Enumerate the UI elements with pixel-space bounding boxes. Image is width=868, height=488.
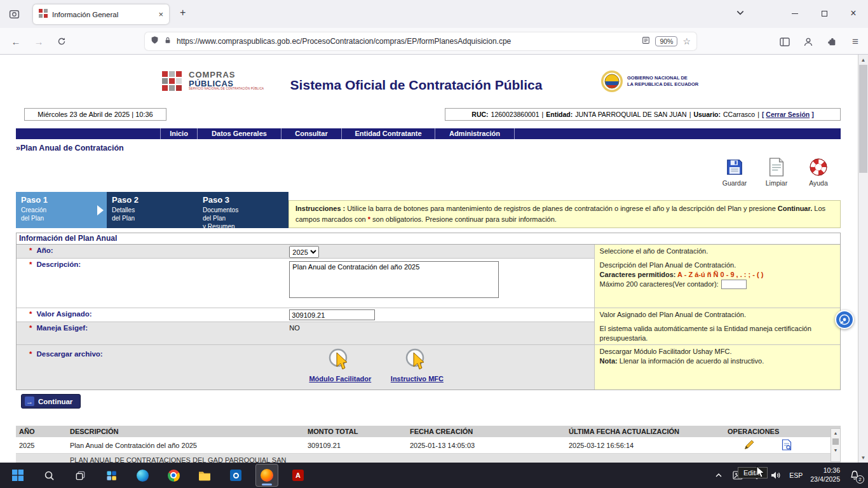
guardar-button[interactable]: Guardar bbox=[720, 156, 749, 187]
extensions-icon[interactable] bbox=[824, 34, 840, 50]
menu-item-entidad-contratante[interactable]: Entidad Contratante bbox=[341, 128, 435, 139]
firefox-view-icon[interactable] bbox=[8, 8, 20, 20]
tab-close-icon[interactable]: × bbox=[158, 10, 163, 18]
col-ultima-actualizacion: ÚLTIMA FECHA ACTUALIZACIÓN bbox=[569, 428, 728, 435]
language-indicator[interactable]: ESP bbox=[789, 471, 803, 479]
shield-icon[interactable] bbox=[151, 36, 159, 47]
firefox-icon bbox=[261, 469, 273, 482]
table-row-partial: PLAN ANUAL DE CONTRATACIONES DEL GAD PAR… bbox=[16, 454, 841, 463]
cursor-download-icon bbox=[401, 347, 433, 374]
url-bar[interactable]: https://www.compraspublicas.gob.ec/Proce… bbox=[145, 32, 696, 50]
forward-button[interactable]: → bbox=[31, 33, 47, 50]
required-asterisk: * bbox=[29, 310, 32, 318]
step2-line2: del Plan bbox=[112, 214, 193, 222]
save-disk-icon bbox=[720, 156, 749, 178]
limpiar-button[interactable]: Limpiar bbox=[762, 156, 791, 187]
user-label: Usuario: bbox=[693, 111, 721, 118]
clean-document-icon bbox=[762, 156, 791, 178]
back-button[interactable]: ← bbox=[8, 33, 24, 50]
scroll-down-icon[interactable]: ▼ bbox=[858, 452, 868, 463]
widgets-button[interactable] bbox=[100, 464, 123, 487]
ayuda-label: Ayuda bbox=[804, 179, 833, 187]
descripcion-textarea[interactable]: Plan Anual de Contratación del año 2025 bbox=[289, 261, 499, 298]
menu-icon[interactable]: ≡ bbox=[847, 34, 864, 50]
menu-item-administracion[interactable]: Administración bbox=[435, 128, 515, 139]
valor-help: Valor Asignado del Plan Anual de Contrat… bbox=[600, 311, 746, 318]
page-content: COMPRAS PÚBLICAS SERVICIO NACIONAL DE CO… bbox=[16, 55, 841, 463]
step-2-detalles[interactable]: Paso 2 Detalles del Plan bbox=[107, 192, 198, 228]
target-cursor-icon bbox=[838, 313, 851, 326]
edge-button[interactable] bbox=[131, 464, 154, 487]
menu-item-consultar[interactable]: Consultar bbox=[281, 128, 341, 139]
acrobat-button[interactable]: A bbox=[287, 464, 309, 487]
cell-fecha-creacion: 2025-01-13 14:05:03 bbox=[410, 442, 569, 449]
entity-value: JUNTA PARROQUIAL DE SAN JUAN bbox=[575, 111, 686, 118]
ruc-label: RUC: bbox=[471, 111, 488, 118]
table-scroll-thumb[interactable] bbox=[832, 438, 839, 445]
browser-tab[interactable]: Información General × bbox=[33, 4, 169, 24]
menu-item-inicio[interactable]: Inicio bbox=[160, 128, 197, 139]
window-minimize-button[interactable] bbox=[780, 0, 810, 27]
file-explorer-button[interactable] bbox=[193, 464, 216, 487]
hidden-icons-chevron[interactable] bbox=[713, 470, 724, 481]
window-scrollbar[interactable]: ▲ ▼ bbox=[858, 55, 868, 463]
window-maximize-button[interactable] bbox=[810, 0, 839, 27]
outlook-button[interactable] bbox=[224, 464, 247, 487]
taskbar-search-button[interactable] bbox=[37, 464, 60, 487]
col-fecha-creacion: FECHA CREACIÓN bbox=[410, 428, 569, 435]
step-3-documentos[interactable]: Paso 3 Documentos del Plan y Resumen bbox=[198, 192, 288, 228]
accessibility-widget-button[interactable] bbox=[835, 310, 854, 329]
scroll-thumb[interactable] bbox=[859, 65, 867, 173]
modulo-facilitador-link[interactable]: Módulo Facilitador bbox=[305, 375, 375, 383]
table-scroll-down-icon[interactable]: ▼ bbox=[831, 446, 840, 454]
list-tabs-chevron-icon[interactable] bbox=[736, 8, 745, 20]
logout-bracket: ] bbox=[811, 111, 814, 118]
counter-label: Máximo 200 caracteres(Ver contador): bbox=[600, 280, 719, 288]
instructivo-mfc-link[interactable]: Instructivo MFC bbox=[382, 375, 452, 383]
task-view-button[interactable] bbox=[69, 464, 92, 487]
notification-center-button[interactable]: 2 bbox=[848, 468, 862, 482]
ayuda-button[interactable]: Ayuda bbox=[804, 156, 833, 187]
reload-button[interactable] bbox=[53, 33, 70, 50]
volume-icon[interactable] bbox=[770, 470, 782, 481]
step-1-creacion[interactable]: Paso 1 Creación del Plan bbox=[16, 192, 107, 228]
entity-label: Entidad: bbox=[546, 111, 573, 118]
instructivo-mfc-download[interactable]: Instructivo MFC bbox=[382, 347, 452, 383]
menu-item-datos-generales[interactable]: Datos Generales bbox=[197, 128, 281, 139]
col-monto: MONTO TOTAL bbox=[308, 428, 410, 435]
firefox-button[interactable] bbox=[255, 464, 278, 487]
start-button[interactable] bbox=[6, 464, 29, 487]
chrome-icon bbox=[168, 470, 180, 482]
clock[interactable]: 10:36 23/4/2025 bbox=[810, 466, 840, 484]
acrobat-icon: A bbox=[292, 470, 304, 481]
cursor-download-icon bbox=[324, 347, 356, 374]
edge-icon bbox=[137, 470, 149, 482]
table-scrollbar[interactable]: ▲ ▼ bbox=[831, 428, 841, 462]
limpiar-label: Limpiar bbox=[762, 179, 791, 187]
logout-bracket: [ bbox=[762, 111, 764, 118]
valor-input[interactable] bbox=[289, 309, 375, 320]
logout-link[interactable]: Cerrar Sesión bbox=[766, 111, 810, 118]
task-view-icon bbox=[75, 470, 86, 481]
bookmark-star-icon[interactable]: ☆ bbox=[682, 36, 691, 46]
ano-select[interactable]: 2025 bbox=[289, 246, 319, 258]
main-menu: Inicio Datos Generales Consultar Entidad… bbox=[16, 128, 841, 139]
valor-label: Valor Asignado: bbox=[36, 310, 92, 318]
new-tab-button[interactable]: + bbox=[180, 7, 186, 18]
lock-icon[interactable] bbox=[164, 36, 172, 47]
account-icon[interactable] bbox=[800, 34, 817, 50]
counter-input[interactable] bbox=[721, 280, 747, 289]
window-close-button[interactable]: × bbox=[839, 0, 868, 27]
modulo-facilitador-download[interactable]: Módulo Facilitador bbox=[305, 347, 375, 383]
reader-mode-icon[interactable] bbox=[642, 36, 650, 47]
view-details-icon[interactable] bbox=[782, 439, 792, 452]
sidebar-icon[interactable] bbox=[776, 34, 793, 50]
edit-pencil-icon[interactable] bbox=[743, 439, 755, 452]
continuar-button[interactable]: → Continuar bbox=[21, 394, 81, 409]
scroll-up-icon[interactable]: ▲ bbox=[858, 55, 868, 65]
zoom-level-button[interactable]: 90% bbox=[655, 36, 677, 46]
chrome-button[interactable] bbox=[162, 464, 185, 487]
continuar-label: Continuar bbox=[38, 398, 72, 405]
table-scroll-up-icon[interactable]: ▲ bbox=[831, 429, 840, 437]
form-row-descripcion: *Descripción: Plan Anual de Contratación… bbox=[17, 259, 840, 308]
